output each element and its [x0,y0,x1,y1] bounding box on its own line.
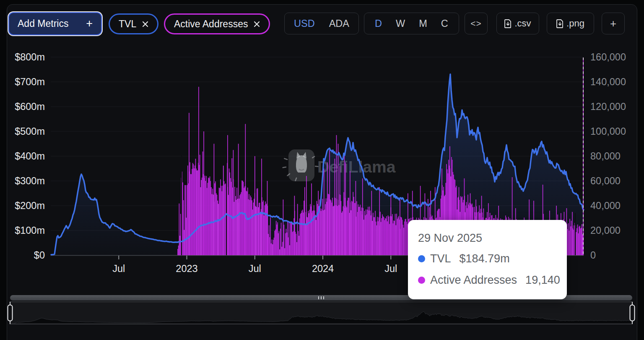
embed-button[interactable]: <> [465,13,488,34]
x-axis-label: Jul [112,263,125,274]
right-axis-label: 160,000 [590,52,626,63]
left-axis-label: $200m [15,200,45,211]
plus-icon: + [610,17,616,30]
file-download-icon [556,19,564,28]
metric-pill-tvl[interactable]: TVL [109,13,158,34]
tooltip-row-aa: Active Addresses 19,140 [418,274,567,287]
left-axis-label: $0 [34,250,45,261]
file-download-icon [504,19,512,28]
currency-toggle: USD ADA [284,13,359,34]
navigator-right-handle[interactable] [630,305,635,321]
tooltip-row-tvl: TVL $184.79m [418,252,567,265]
x-axis-label: 2024 [312,263,334,274]
close-icon[interactable] [254,21,260,27]
currency-usd[interactable]: USD [294,18,315,29]
left-axis-label: $400m [15,151,45,162]
tooltip-date: 29 Nov 2025 [418,232,567,245]
add-metrics-button[interactable]: Add Metrics + [8,12,102,35]
interval-c[interactable]: C [441,18,448,29]
add-metrics-label: Add Metrics [18,18,68,29]
right-axis-label: 60,000 [590,175,621,186]
export-csv-label: .csv [514,18,531,29]
interval-m[interactable]: M [419,18,427,29]
left-axis-label: $300m [15,175,45,186]
plus-icon: + [86,17,93,30]
navigator-left-handle[interactable] [8,305,13,321]
interval-d[interactable]: D [375,18,382,29]
interval-w[interactable]: W [396,18,405,29]
export-png-button[interactable]: .png [547,13,594,34]
right-axis-label: 140,000 [590,76,626,87]
tooltip-tvl-value: $184.79m [460,252,510,265]
right-axis-label: 120,000 [590,101,626,112]
metric-pill-aa-label: Active Addresses [174,18,248,30]
metric-pill-tvl-label: TVL [119,18,136,30]
left-axis-label: $500m [15,126,45,137]
right-axis-label: 100,000 [590,126,626,137]
interval-toggle: D W M C [364,13,459,34]
add-chart-button[interactable]: + [602,13,625,34]
tooltip-tvl-label: TVL [430,252,451,265]
x-axis-label: Jul [249,263,261,274]
data-gap [575,213,576,255]
close-icon[interactable] [142,21,148,27]
right-axis-label: 40,000 [590,200,621,211]
right-axis-label: 80,000 [590,151,621,162]
x-axis-label: Jul [384,263,397,274]
export-csv-button[interactable]: .csv [496,13,539,34]
x-axis-label: 2023 [176,263,197,274]
embed-icon: <> [470,18,482,29]
currency-ada[interactable]: ADA [329,18,349,29]
data-gap [226,147,227,255]
right-axis-label: 20,000 [590,225,621,236]
tooltip-aa-label: Active Addresses [430,274,517,287]
left-axis-label: $100m [15,225,45,236]
active-addresses-dot [418,277,425,284]
tvl-dot [418,255,425,262]
chart-tooltip: 29 Nov 2025 TVL $184.79m Active Addresse… [408,220,567,299]
data-gap [181,143,182,255]
left-axis-label: $800m [15,52,45,63]
metric-pill-active-addresses[interactable]: Active Addresses [164,13,270,34]
left-axis-label: $600m [15,101,45,112]
export-png-label: .png [566,18,584,29]
right-axis-label: 0 [590,250,596,261]
left-axis-label: $700m [15,76,45,87]
tooltip-aa-value: 19,140 [525,274,560,287]
